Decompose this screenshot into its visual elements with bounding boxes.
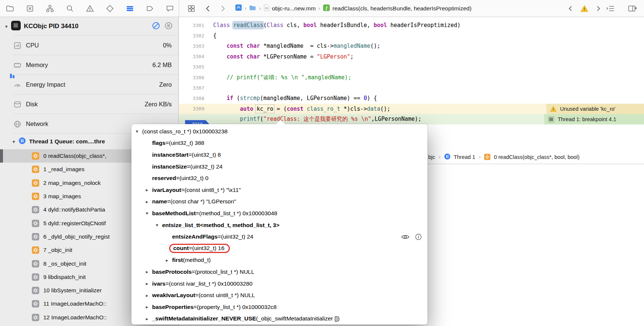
code-line[interactable]: 3301Class readClass(Class cls, bool head…	[179, 20, 644, 30]
variable-row[interactable]: ▾(const class_ro_t *) 0x100003238	[131, 126, 427, 137]
variable-row[interactable]: ▸name = (const char *) "LGPerson"	[131, 196, 427, 208]
line-number: 3302	[193, 33, 204, 39]
circle-slash-icon[interactable]	[152, 22, 160, 31]
code-line[interactable]: 3307	[179, 83, 644, 93]
disclosure-triangle[interactable]: ▸	[146, 187, 152, 193]
gauge-row-energy[interactable]: Energy ImpactZero	[0, 75, 178, 94]
variable-rows: ▾(const class_ro_t *) 0x100003238flags =…	[131, 124, 427, 325]
gauge-row-disk[interactable]: DiskZero KB/s	[0, 94, 178, 114]
breadcrumb-file[interactable]: objc-ru...new.mm	[272, 5, 316, 12]
gauge-row-cpu[interactable]: CPU0%	[0, 36, 178, 55]
line-number-gutter[interactable]: 3304	[179, 54, 213, 59]
disclosure-triangle[interactable]: ▸	[146, 281, 152, 286]
warning-icon[interactable]	[580, 4, 589, 13]
disclosure-triangle[interactable]: ▾	[5, 24, 8, 29]
variable-row[interactable]: ▸first (method_t)	[131, 255, 427, 266]
variable-row[interactable]: ▸baseProtocols = (protocol_list_t *) NUL…	[131, 266, 427, 278]
disclosure-triangle[interactable]: ▸	[146, 304, 152, 310]
line-number: 3309	[193, 106, 204, 112]
breadcrumb-symbol[interactable]: readClass(cls, headerIsBundle, headerIsP…	[332, 5, 472, 12]
related-items-icon[interactable]	[187, 0, 196, 17]
disclosure-triangle[interactable]: ▸	[146, 293, 152, 298]
code-line[interactable]: 3310 printf("readClass: 这个是我要研究的 %s \n",…	[179, 114, 644, 124]
variable-row[interactable]: ▸ivarLayout = (const uint8_t *) "\x11"	[131, 184, 427, 196]
source-control-icon[interactable]	[25, 4, 35, 13]
code-line[interactable]: 3309 auto kc_ro = (const class_ro_t *)cl…	[179, 104, 644, 114]
variable-row[interactable]: reserved = (uint32_t) 0	[131, 172, 427, 184]
test-navigator-icon[interactable]	[105, 4, 115, 13]
variable-row[interactable]: ▸weakIvarLayout = (const uint8_t *) NULL	[131, 289, 427, 301]
variable-row[interactable]: instanceStart = (uint32_t) 8	[131, 149, 427, 161]
next-issue-icon[interactable]	[594, 4, 603, 13]
code-line[interactable]: 3304 const char *LGPersonName = "LGPerso…	[179, 51, 644, 62]
disclosure-triangle[interactable]: ▸	[146, 199, 152, 204]
issue-navigator-icon[interactable]	[85, 4, 95, 13]
line-number-gutter[interactable]: 3305	[179, 64, 213, 70]
disclosure-triangle[interactable]: ▸	[146, 316, 152, 322]
variable-row[interactable]: ▸_swiftMetadataInitializer_NEVER_USE (_o…	[131, 313, 427, 325]
process-row[interactable]: ▾ KCObjc PID 34410	[0, 17, 178, 36]
frame-label: 2 map_images_nolock	[43, 180, 101, 186]
annotation-text: Thread 1: breakpoint 4.1	[558, 116, 616, 122]
back-chevron-icon[interactable]	[204, 0, 212, 17]
info-icon[interactable]: i	[415, 234, 422, 240]
disclosure-triangle[interactable]: ▸	[166, 257, 172, 263]
code-area[interactable]: 3301Class readClass(Class cls, bool head…	[179, 20, 644, 124]
gauge-row-memory[interactable]: Memory6.2 MB	[0, 55, 178, 75]
frame-label: 0 readClass(objc_class*,	[43, 153, 107, 159]
breakpoint-navigator-icon[interactable]	[145, 4, 155, 13]
gauge-label: Network	[26, 120, 48, 127]
folder-icon[interactable]	[249, 5, 256, 12]
disclosure-triangle[interactable]: ▸	[146, 269, 152, 275]
mm-file-icon[interactable]: m	[264, 4, 269, 13]
variable-anchor[interactable]: kc_ro	[256, 106, 273, 112]
line-number-gutter[interactable]: 3303	[179, 43, 213, 49]
previous-issue-icon[interactable]	[566, 4, 575, 13]
jump-bar-process[interactable]: bjc	[428, 154, 435, 160]
variable-row[interactable]: ▸ivars = (const ivar_list_t *) 0x1000032…	[131, 278, 427, 290]
symbol-navigator-icon[interactable]	[45, 4, 55, 13]
editor-options-icon[interactable]	[606, 0, 615, 17]
breadcrumb-separator: ›	[259, 5, 261, 12]
disclosure-triangle[interactable]: ▾	[156, 222, 162, 228]
variable-row[interactable]: instanceSize = (uint32_t) 24	[131, 161, 427, 173]
project-navigator-icon[interactable]	[5, 4, 15, 13]
code-line[interactable]: 3305	[179, 62, 644, 72]
line-number-gutter[interactable]: 3301	[179, 23, 213, 28]
variable-value: (const char *) "LGPerson"	[171, 198, 236, 205]
forward-chevron-icon[interactable]	[219, 0, 227, 17]
warning-annotation[interactable]: Unused variable 'kc_ro'	[546, 104, 644, 114]
add-editor-icon[interactable]	[628, 0, 637, 17]
project-icon[interactable]	[235, 4, 242, 12]
variable-row[interactable]: flags = (uint32_t) 388	[131, 137, 427, 149]
line-number-gutter[interactable]: 3306	[179, 75, 213, 80]
variable-name: flags	[152, 140, 165, 146]
disclosure-triangle[interactable]: ▾	[13, 139, 15, 144]
disclosure-triangle[interactable]: ▾	[136, 129, 142, 134]
jump-bar-frame[interactable]: 0 readClass(objc_class*, bool, bool)	[494, 154, 579, 160]
breakpoint-annotation[interactable]: Thread 1: breakpoint 4.1	[544, 114, 644, 124]
variable-row[interactable]: ▸baseProperties = (property_list_t *) 0x…	[131, 301, 427, 313]
line-number-gutter[interactable]: 3309	[179, 106, 213, 112]
code-line[interactable]: 3302{	[179, 30, 644, 41]
debug-navigator-icon[interactable]	[125, 4, 135, 13]
network-icon	[13, 120, 21, 128]
variable-row[interactable]: entsizeAndFlags = (uint32_t) 24i	[131, 231, 427, 243]
variable-row[interactable]: ▾baseMethodList = (method_list_t *) 0x10…	[131, 207, 427, 219]
jump-bar-thread[interactable]: Thread 1	[454, 154, 475, 160]
code-line[interactable]: 3303 const char *mangledName = cls->mang…	[179, 41, 644, 51]
line-number-gutter[interactable]: 3308	[179, 96, 213, 101]
variable-row[interactable]: ▾entsize_list_tt<method_t, method_list_t…	[131, 219, 427, 231]
disclosure-triangle[interactable]: ▾	[146, 210, 152, 216]
code-line[interactable]: 3306 // printf("诶唷: %s \n ",mangledName)…	[179, 72, 644, 83]
code-line[interactable]: 3308 if (strcmp(mangledName, LGPersonNam…	[179, 93, 644, 103]
line-number-gutter[interactable]: 3307	[179, 85, 213, 91]
report-navigator-icon[interactable]	[165, 4, 175, 13]
line-number-gutter[interactable]: 3302	[179, 33, 213, 39]
function-icon[interactable]: f	[323, 4, 330, 13]
variable-value: (uint32_t) 16	[192, 245, 224, 252]
quicklook-icon[interactable]	[401, 234, 409, 240]
variable-row[interactable]: count = (uint32_t) 16	[131, 243, 427, 255]
pause-icon[interactable]	[165, 22, 172, 31]
find-navigator-icon[interactable]	[65, 4, 75, 13]
